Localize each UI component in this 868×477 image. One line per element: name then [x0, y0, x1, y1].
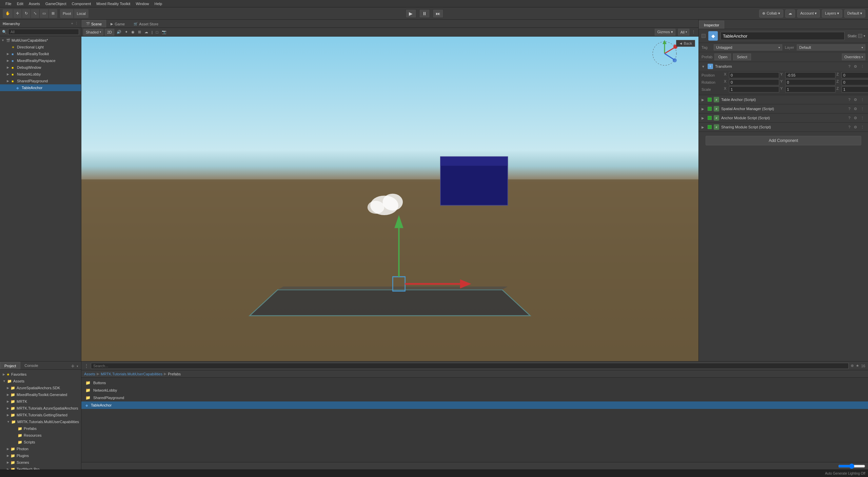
- comp0-help[interactable]: ?: [847, 98, 851, 102]
- account-dropdown[interactable]: Account ▾: [797, 9, 820, 18]
- tree-mrtk-multi[interactable]: ▼ 📁 MRTK.Tutorials.MultiUserCapabilities: [0, 418, 81, 425]
- aspect-btn[interactable]: □: [155, 29, 159, 36]
- tree-item-playspace[interactable]: ▶ ■ MixedRealityPlayspace: [0, 57, 81, 64]
- hierarchy-add-icon[interactable]: +: [71, 21, 73, 26]
- comp1-settings[interactable]: ⚙: [853, 107, 858, 111]
- tree-item-mrtk[interactable]: ▶ ■ MixedRealityToolkit: [0, 50, 81, 57]
- file-item-sharedplayground[interactable]: 📁 SharedPlayground: [81, 394, 868, 401]
- tree-scripts[interactable]: 📁 Scripts: [0, 439, 81, 445]
- comp0-settings[interactable]: ⚙: [853, 98, 858, 102]
- tree-photon[interactable]: ▶ 📁 Photon: [0, 445, 81, 452]
- step-button[interactable]: ⏭: [433, 9, 443, 18]
- scene-btn3[interactable]: ◉: [130, 29, 136, 36]
- hand-tool[interactable]: ✋: [3, 9, 13, 18]
- menu-window[interactable]: Window: [133, 0, 152, 7]
- tree-item-multiuser[interactable]: ▼ 🎬 MultiUserCapabilities*: [0, 37, 81, 44]
- tree-scenes[interactable]: ▶ 📁 Scenes: [0, 459, 81, 466]
- pos-y-input[interactable]: [785, 72, 835, 78]
- prefab-open-btn[interactable]: Open: [714, 54, 731, 60]
- comp3-settings[interactable]: ⚙: [853, 125, 858, 129]
- browser-search-input[interactable]: [91, 363, 849, 369]
- tree-prefabs[interactable]: 📁 Prefabs: [0, 425, 81, 432]
- obj-name-input[interactable]: [721, 32, 845, 40]
- transform-header[interactable]: ▼ T Transform ? ⚙ ⋮: [699, 62, 868, 71]
- tree-mrtk-azure[interactable]: ▶ 📁 MRTK.Tutorials.AzureSpatialAnchors: [0, 405, 81, 412]
- tree-item-sharedplayground[interactable]: ▶ ■ SharedPlayground: [0, 78, 81, 84]
- spatialanchor-script-header[interactable]: ▶ # Spatial Anchor Manager (Script) ? ⚙ …: [699, 104, 868, 113]
- tab-inspector[interactable]: Inspector: [699, 21, 724, 29]
- sharingmodule-script-header[interactable]: ▶ # Sharing Module Script (Script) ? ⚙ ⋮: [699, 123, 868, 131]
- default-dropdown[interactable]: Default ▾: [844, 9, 865, 18]
- comp3-checkbox[interactable]: [708, 125, 712, 129]
- comp2-menu[interactable]: ⋮: [860, 116, 865, 120]
- tree-item-dirlight[interactable]: ☀ Directional Light: [0, 44, 81, 50]
- rotate-tool[interactable]: ↻: [22, 9, 31, 18]
- comp1-checkbox[interactable]: [708, 107, 712, 111]
- menu-gameobject[interactable]: GameObject: [43, 0, 69, 7]
- scene-viewport[interactable]: Y X Z ◄ Back: [81, 37, 698, 361]
- tree-item-debugwindow[interactable]: ▶ ■ DebugWindow: [0, 64, 81, 71]
- rect-tool[interactable]: ▭: [40, 9, 49, 18]
- tree-azure[interactable]: ▶ 📁 AzureSpatialAnchors.SDK: [0, 385, 81, 391]
- project-menu-btn[interactable]: ▾: [77, 365, 78, 368]
- comp3-menu[interactable]: ⋮: [860, 125, 865, 129]
- menu-component[interactable]: Component: [69, 0, 94, 7]
- obj-active-checkbox[interactable]: [702, 34, 706, 38]
- all-dropdown[interactable]: All ▾: [678, 29, 689, 36]
- comp1-menu[interactable]: ⋮: [860, 107, 865, 111]
- gizmos-dropdown[interactable]: Gizmos ▾: [655, 29, 675, 36]
- scale-tool[interactable]: ⤡: [31, 9, 40, 18]
- audio-btn[interactable]: 🔊: [116, 29, 122, 36]
- play-button[interactable]: ▶: [406, 9, 416, 18]
- breadcrumb-multiuser[interactable]: MRTK.Tutorials.MultiUserCapabilities: [101, 372, 162, 376]
- tree-item-tableanchor[interactable]: ◆ TableAnchor: [0, 84, 81, 91]
- menu-edit[interactable]: Edit: [14, 0, 26, 7]
- collab-button[interactable]: ⊕ Collab ▾: [759, 9, 783, 18]
- menu-help[interactable]: Help: [152, 0, 165, 7]
- hierarchy-menu-icon[interactable]: ⋮: [75, 21, 78, 26]
- tag-dropdown[interactable]: Untagged ▾: [714, 44, 782, 50]
- menu-file[interactable]: File: [3, 0, 14, 7]
- menu-mrtk[interactable]: Mixed Reality Toolkit: [94, 0, 133, 7]
- static-checkbox[interactable]: [858, 34, 862, 38]
- comp0-checkbox[interactable]: [708, 98, 712, 102]
- tree-textmesh[interactable]: ▶ 📁 TextMesh Pro: [0, 466, 81, 470]
- tab-console[interactable]: Console: [20, 362, 42, 369]
- scale-y-input[interactable]: [785, 86, 835, 92]
- tree-plugins[interactable]: ▶ 📁 Plugins: [0, 452, 81, 459]
- tree-mrtk-start[interactable]: ▶ 📁 MRTK.Tutorials.GettingStarted: [0, 412, 81, 418]
- cloud-button[interactable]: ☁: [785, 9, 795, 18]
- transform-help-btn[interactable]: ?: [847, 64, 851, 69]
- move-tool[interactable]: ✛: [13, 9, 22, 18]
- browser-btn3[interactable]: 16: [861, 364, 865, 368]
- rot-y-input[interactable]: [785, 79, 835, 85]
- tab-assetstore[interactable]: 🛒 Asset Store: [129, 20, 163, 27]
- zoom-slider[interactable]: [838, 464, 865, 468]
- transform-settings-btn[interactable]: ⚙: [853, 64, 858, 69]
- hierarchy-search-input[interactable]: [8, 29, 79, 35]
- file-item-networklobby[interactable]: 📁 NetworkLobby: [81, 387, 868, 394]
- comp0-menu[interactable]: ⋮: [860, 98, 865, 102]
- breadcrumb-assets[interactable]: Assets: [84, 372, 95, 376]
- 2d-btn[interactable]: 2D: [105, 29, 114, 36]
- tree-mrtk[interactable]: ▶ 📁 MRTK: [0, 398, 81, 405]
- tree-resources[interactable]: 📁 Resources: [0, 432, 81, 439]
- pause-button[interactable]: ⏸: [419, 9, 430, 18]
- pos-x-input[interactable]: [729, 72, 779, 78]
- scale-x-input[interactable]: [729, 86, 779, 92]
- prefab-select-btn[interactable]: Select: [733, 54, 751, 60]
- menu-assets[interactable]: Assets: [26, 0, 43, 7]
- comp1-help[interactable]: ?: [847, 107, 851, 111]
- scene-extra-btn[interactable]: ⋮: [691, 29, 696, 36]
- tree-mrtk-gen[interactable]: ▶ 📁 MixedRealityToolkit.Generated: [0, 391, 81, 398]
- prefab-overrides-btn[interactable]: Overrides ▾: [842, 54, 865, 60]
- rot-z-input[interactable]: [842, 79, 868, 85]
- back-button[interactable]: ◄ Back: [676, 40, 695, 47]
- browser-btn2[interactable]: ★: [856, 364, 859, 368]
- cam-btn[interactable]: 📷: [161, 29, 167, 36]
- favorites-section[interactable]: ▶ ★ Favorites: [0, 371, 81, 378]
- comp2-help[interactable]: ?: [847, 116, 851, 120]
- tab-scene[interactable]: 🎬 Scene: [81, 20, 106, 27]
- transform-tool[interactable]: ⊞: [49, 9, 57, 18]
- file-item-tableanchor[interactable]: ◆ TableAnchor: [81, 401, 868, 409]
